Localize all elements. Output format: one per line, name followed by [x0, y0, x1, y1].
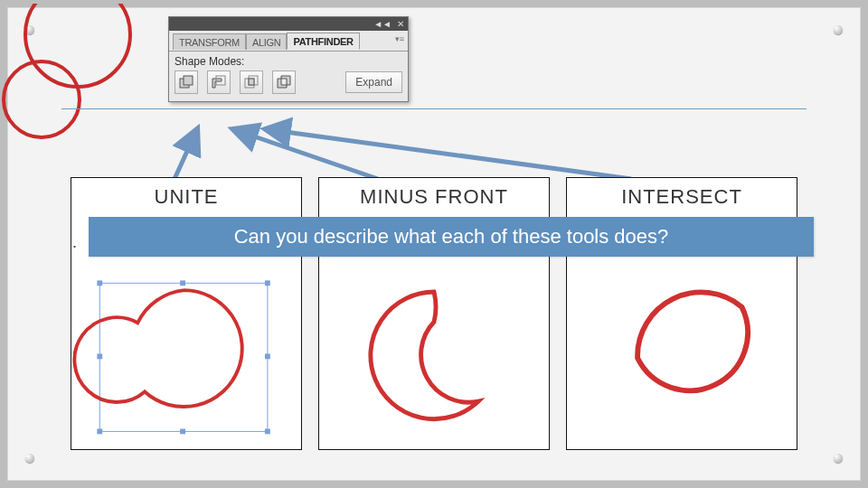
intersect-button[interactable]: [240, 70, 263, 94]
pathfinder-panel: ◄◄ ✕ TRANSFORM ALIGN PATHFINDER ▾≡ Shape…: [168, 16, 409, 102]
close-icon[interactable]: ✕: [397, 20, 404, 29]
corner-dot: [834, 454, 843, 463]
svg-line-8: [175, 129, 197, 179]
expand-button[interactable]: Expand: [345, 71, 402, 93]
panel-menu-icon[interactable]: ▾≡: [395, 34, 404, 43]
panel-body: Shape Modes:: [169, 52, 408, 101]
tab-align[interactable]: ALIGN: [246, 33, 288, 50]
tab-transform[interactable]: TRANSFORM: [173, 33, 246, 50]
svg-rect-17: [97, 428, 102, 434]
svg-point-0: [25, 4, 130, 87]
svg-rect-3: [184, 76, 193, 85]
panel-titlebar: ◄◄ ✕: [169, 17, 408, 31]
svg-rect-7: [249, 79, 254, 85]
exclude-icon: [276, 74, 292, 90]
minus-front-button[interactable]: [207, 70, 231, 94]
intersect-icon: [243, 74, 259, 90]
shape-modes-label: Shape Modes:: [175, 55, 402, 68]
bullet-dot: .: [72, 233, 77, 252]
minus-front-title: MINUS FRONT: [319, 178, 549, 214]
unite-icon: [178, 74, 194, 90]
svg-rect-15: [97, 353, 102, 359]
intersect-title: INTERSECT: [567, 178, 797, 214]
svg-rect-12: [97, 280, 102, 286]
divider: [61, 108, 807, 109]
corner-dot: [25, 25, 34, 34]
question-bar: Can you describe what each of these tool…: [89, 217, 814, 257]
svg-rect-18: [180, 428, 185, 434]
svg-rect-14: [265, 280, 270, 286]
minus-front-icon: [211, 74, 227, 90]
corner-dot: [25, 454, 34, 463]
tab-pathfinder[interactable]: PATHFINDER: [287, 33, 359, 50]
unite-button[interactable]: [175, 70, 198, 94]
slide: ◄◄ ✕ TRANSFORM ALIGN PATHFINDER ▾≡ Shape…: [7, 7, 861, 481]
corner-dot: [834, 25, 843, 34]
unite-title: UNITE: [71, 178, 301, 214]
svg-line-9: [233, 129, 378, 179]
svg-point-1: [4, 61, 80, 137]
panel-tabs: TRANSFORM ALIGN PATHFINDER ▾≡: [169, 31, 408, 52]
shape-modes-row: Expand: [175, 70, 402, 94]
svg-rect-16: [265, 353, 270, 359]
svg-rect-13: [180, 280, 185, 286]
collapse-icon[interactable]: ◄◄: [373, 20, 392, 29]
svg-line-10: [266, 129, 631, 179]
svg-rect-19: [265, 428, 270, 434]
exclude-button[interactable]: [272, 70, 296, 94]
